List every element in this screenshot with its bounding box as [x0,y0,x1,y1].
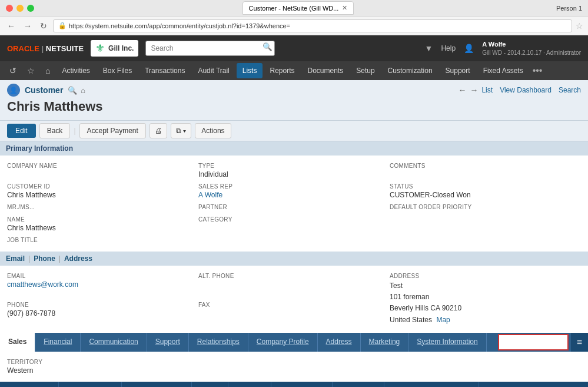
primary-info-header: Primary Information [0,141,588,156]
tab-company-profile[interactable]: Company Profile [248,333,318,352]
next-record-button[interactable]: → [470,85,478,95]
subtab-qualification[interactable]: Qualification ▾ [271,382,333,387]
phone-cell: PHONE (907) 876-7878 [7,299,198,328]
global-search-button[interactable]: 🔍 [263,42,273,51]
url-bar: ← → ↻ 🔒 https://system.netsuite.com/app/… [0,16,588,35]
phone-label: PHONE [7,302,194,308]
tab-address[interactable]: Address [318,333,361,352]
global-search-input[interactable] [145,41,275,56]
home-back-icon[interactable]: ↺ [5,64,21,78]
tab-marketing[interactable]: Marketing [361,333,409,352]
subtab-gross-profit[interactable]: Gross Profit by Category [384,382,479,387]
sales-rep-cell: SALES REP A Wolfe [198,181,390,201]
nav-item-transactions[interactable]: Transactions [139,63,191,78]
address-cell: ADDRESS Test 101 foreman Beverly Hills C… [390,270,581,328]
subtab-opportunities[interactable]: Opportunities [0,382,59,387]
tab-system-info[interactable]: System Information [408,333,486,352]
tab-sales[interactable]: Sales [0,333,35,352]
address-section-link[interactable]: Address [64,254,92,263]
subtab-transactions[interactable]: Transactions ▾ [59,382,122,387]
print-button[interactable]: 🖨 [150,123,167,138]
sales-rep-value[interactable]: A Wolfe [198,191,385,199]
fax-cell: FAX [198,299,390,328]
email-section-link[interactable]: Email [6,254,25,263]
phone-section-link[interactable]: Phone [34,254,55,263]
customer-record-icon: 👤 [7,84,20,97]
nav-item-support[interactable]: Support [440,63,476,78]
record-type-label: Customer [25,85,63,95]
prev-record-button[interactable]: ← [458,85,466,95]
back-button-record[interactable]: Back [39,123,71,138]
tab-close-icon[interactable]: ✕ [342,4,347,12]
home-icon[interactable]: ⌂ [41,64,55,78]
default-order-priority-label: DEFAULT ORDER PRIORITY [390,204,576,210]
subtab-downloads[interactable]: Downloads [333,382,384,387]
netsuite-text: NETSUITE [46,44,84,53]
oracle-text: ORACLE [7,44,39,53]
tab-grid-view-button[interactable]: ≡ [571,333,588,352]
mr-ms-label: MR./MS... [7,204,194,210]
refresh-button[interactable]: ↻ [38,20,49,32]
address-line1: Test [390,280,576,292]
notification-icon[interactable]: ▼ [425,44,433,53]
type-cell: TYPE Individual [198,160,390,181]
accept-payment-button[interactable]: Accept Payment [79,123,146,138]
company-logo-area: ⚜ Gill Inc. [91,40,138,57]
contact-grid: EMAIL cmatthews@work.com ALT. PHONE ADDR… [7,266,581,333]
nav-item-fixedassets[interactable]: Fixed Assets [477,63,529,78]
nav-more-icon[interactable]: ••• [533,65,543,76]
mac-maximize-button[interactable] [27,5,34,12]
nav-item-lists[interactable]: Lists [237,63,263,78]
bookmark-icon[interactable]: ☆ [576,21,583,31]
help-label[interactable]: Help [441,44,456,52]
search-breadcrumb-icon[interactable]: 🔍 [68,86,77,95]
view-dashboard-link[interactable]: View Dashboard [500,86,552,94]
global-search-area[interactable]: 🔍 [145,41,275,56]
nav-item-setup[interactable]: Setup [350,63,380,78]
record-nav-arrows: ← → List View Dashboard Search [458,85,581,95]
separator: | [74,127,75,135]
nav-item-activities[interactable]: Activities [56,63,95,78]
status-cell: STATUS CUSTOMER-Closed Won [390,181,581,201]
record-content: Primary Information COMPANY NAME TYPE In… [0,141,588,387]
sales-section-content: TERRITORY Western [7,352,581,382]
nav-item-documents[interactable]: Documents [302,63,350,78]
user-name: A Wolfe [482,40,581,48]
subtab-items-purchased[interactable]: Items Purchased [122,382,192,387]
email-value[interactable]: cmatthews@work.com [7,280,194,289]
browser-tab[interactable]: Customer - NetSuite (Gill WD... ✕ [242,1,354,15]
tab-support[interactable]: Support [147,333,189,352]
search-link[interactable]: Search [559,86,581,94]
email-cell: EMAIL cmatthews@work.com [7,270,198,299]
subtab-projects[interactable]: Projects [228,382,271,387]
map-link[interactable]: Map [436,316,450,324]
back-button[interactable]: ← [5,20,18,32]
tab-relationships[interactable]: Relationships [189,333,248,352]
user-icon[interactable]: 👤 [464,44,474,53]
subtab-upsell[interactable]: Upsell [192,382,228,387]
nav-item-boxfiles[interactable]: Box Files [97,63,138,78]
netsuite-header: ORACLE | NETSUITE ⚜ Gill Inc. 🔍 ▼ Help 👤… [0,35,588,61]
breadcrumb-row: 👤 Customer 🔍 ⌂ ← → List View Dashboard S… [7,84,581,97]
list-link[interactable]: List [481,86,493,94]
tab-search-box[interactable] [498,334,569,350]
copy-button[interactable]: ⧉ ▾ [171,123,191,138]
company-name-cell: COMPANY NAME [7,160,198,181]
mac-close-button[interactable] [6,5,13,12]
favorites-icon[interactable]: ☆ [22,64,39,78]
job-title-cell: JOB TITLE [7,234,198,247]
edit-button[interactable]: Edit [7,124,36,138]
nav-item-customization[interactable]: Customization [382,63,438,78]
actions-button[interactable]: Actions [195,123,231,138]
nav-item-audittrail[interactable]: Audit Trail [192,63,235,78]
home-breadcrumb-icon[interactable]: ⌂ [81,86,85,95]
nav-item-reports[interactable]: Reports [264,63,300,78]
territory-label: TERRITORY [7,359,581,365]
phone-value: (907) 876-7878 [7,309,194,317]
tab-financial[interactable]: Financial [35,333,81,352]
forward-button[interactable]: → [21,20,34,32]
tab-communication[interactable]: Communication [81,333,147,352]
mac-minimize-button[interactable] [16,5,24,12]
action-bar: Edit Back | Accept Payment 🖨 ⧉ ▾ Actions [0,121,588,141]
url-field[interactable]: 🔒 https://system.netsuite.com/app/common… [53,19,572,32]
